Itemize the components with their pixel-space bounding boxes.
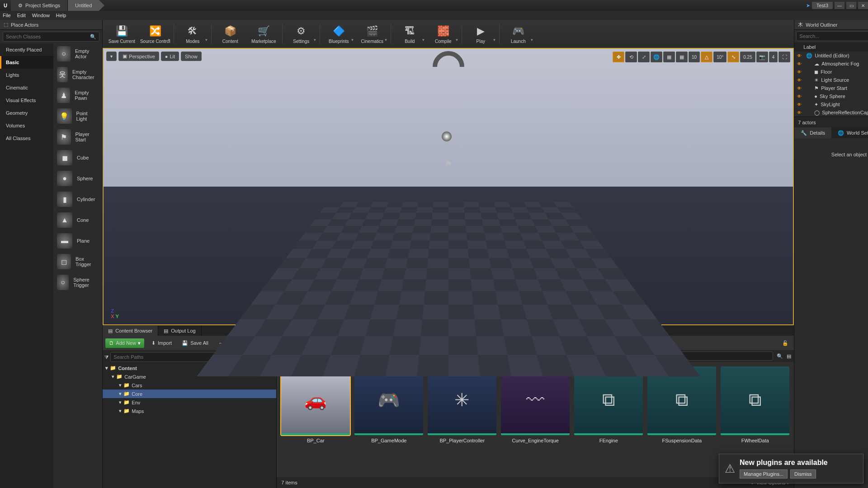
visibility-toggle-icon[interactable]: 👁 xyxy=(797,102,803,107)
lock-button[interactable]: 🔓 xyxy=(779,338,791,348)
tree-node[interactable]: ▾📁Maps xyxy=(103,407,276,415)
menu-file[interactable]: File xyxy=(3,13,11,18)
viewport-options-button[interactable]: ▾ xyxy=(106,52,117,61)
world-settings-tab[interactable]: 🌐World Settings xyxy=(831,127,868,138)
angle-snap-value[interactable]: 10° xyxy=(713,52,726,62)
asset-item[interactable]: 🚗BP_Car xyxy=(281,366,350,443)
grid-snap-value[interactable]: 10 xyxy=(689,52,700,62)
menu-help[interactable]: Help xyxy=(56,13,66,18)
visibility-toggle-icon[interactable]: 👁 xyxy=(797,110,803,115)
expand-icon[interactable]: ▾ xyxy=(119,382,122,388)
surface-snap-button[interactable]: ▦ xyxy=(663,52,675,62)
transform-rotate-button[interactable]: ⟲ xyxy=(625,52,637,62)
actor-item[interactable]: ▲Cone xyxy=(53,210,102,230)
actor-item[interactable]: ○Sphere Trigger xyxy=(53,272,102,293)
outliner-row[interactable]: 👁☁Atmospheric FogAtmosphericFog xyxy=(794,60,868,68)
asset-item[interactable]: ⧉FWheelData xyxy=(721,366,789,443)
expand-icon[interactable]: ▾ xyxy=(119,399,122,405)
transform-scale-button[interactable]: ⤢ xyxy=(638,52,650,62)
outliner-row[interactable]: 👁◯SphereReflectionCaptureSphereReflectio… xyxy=(794,108,868,117)
transform-move-button[interactable]: ✥ xyxy=(613,52,624,62)
actor-item[interactable]: 웃Empty Character xyxy=(53,64,102,85)
window-close-button[interactable]: ✕ xyxy=(858,2,868,9)
outliner-row[interactable]: 👁●Sky SphereEdit BP_Sky_Sphere xyxy=(794,92,868,100)
tree-node[interactable]: ▾📁Env xyxy=(103,398,276,407)
toolbar-content-button[interactable]: 📦Content xyxy=(214,21,246,47)
expand-icon[interactable]: ▾ xyxy=(119,408,122,414)
category-item[interactable]: Geometry xyxy=(0,107,53,119)
toolbar-modes-button[interactable]: 🛠Modes▼ xyxy=(176,21,209,47)
asset-item[interactable]: ⧉FEngine xyxy=(574,366,643,443)
toolbar-cinematics-button[interactable]: 🎬Cinematics▼ xyxy=(356,21,388,47)
actor-item[interactable]: ♟Empty Pawn xyxy=(53,85,102,106)
title-tab-untitled[interactable]: Untitled xyxy=(68,0,99,11)
tree-node[interactable]: ▾📁Core xyxy=(103,389,276,398)
filter-icon[interactable]: ⧩ xyxy=(104,354,108,360)
actor-item[interactable]: ○Empty Actor xyxy=(53,43,102,64)
expand-icon[interactable]: ▾ xyxy=(119,391,122,397)
toolbar-play-button[interactable]: ▶Play▼ xyxy=(464,21,497,47)
category-item[interactable]: Volumes xyxy=(0,119,53,132)
actor-item[interactable]: ◼Cube xyxy=(53,147,102,168)
save-all-button[interactable]: 💾 Save All xyxy=(179,338,211,348)
place-actors-tab[interactable]: ⬚ Place Actors xyxy=(0,20,102,30)
visibility-toggle-icon[interactable]: 👁 xyxy=(797,78,803,83)
content-browser-tab[interactable]: ▤Content Browser xyxy=(103,326,158,336)
scale-snap-value[interactable]: 0.25 xyxy=(740,52,755,62)
tree-node[interactable]: ▾📁Cars xyxy=(103,381,276,389)
viewport-lit-button[interactable]: ●Lit xyxy=(161,52,179,61)
details-tab[interactable]: 🔧Details xyxy=(794,127,831,138)
toolbar-blueprints-button[interactable]: 🔷Blueprints▼ xyxy=(322,21,355,47)
menu-window[interactable]: Window xyxy=(32,13,50,18)
col-label[interactable]: Label xyxy=(803,44,868,50)
visibility-toggle-icon[interactable]: 👁 xyxy=(797,94,803,99)
toolbar-save-current-button[interactable]: 💾Save Current xyxy=(105,21,138,47)
angle-snap-button[interactable]: △ xyxy=(701,52,712,62)
actor-item[interactable]: ●Sphere xyxy=(53,168,102,189)
camera-speed-button[interactable]: 📷 xyxy=(756,52,768,62)
scale-snap-button[interactable]: ⤡ xyxy=(727,52,739,62)
search-classes-input[interactable] xyxy=(6,34,90,39)
coord-space-button[interactable]: 🌐 xyxy=(651,52,662,62)
expand-icon[interactable]: ▾ xyxy=(112,374,114,380)
dismiss-button[interactable]: Dismiss xyxy=(790,469,816,479)
asset-item[interactable]: ✳BP_PlayerController xyxy=(428,366,496,443)
category-item[interactable]: Recently Placed xyxy=(0,43,53,56)
viewport[interactable]: ▾ ▣Perspective ●Lit Show ✥ ⟲ ⤢ 🌐 ▦ ▦ 10 … xyxy=(103,48,794,325)
outliner-row[interactable]: 👁✦SkyLightSkyLight xyxy=(794,100,868,108)
toolbar-source-control-button[interactable]: 🔀Source Control▼ xyxy=(139,21,171,47)
visibility-toggle-icon[interactable]: 👁 xyxy=(797,86,803,91)
viewport-perspective-button[interactable]: ▣Perspective xyxy=(118,52,159,61)
actor-item[interactable]: ◻Box Trigger xyxy=(53,251,102,272)
asset-item[interactable]: 〰Curve_EngineTorque xyxy=(501,366,570,443)
visibility-toggle-icon[interactable]: 👁 xyxy=(797,70,803,75)
outliner-row[interactable]: 👁◼FloorStaticMeshActor xyxy=(794,68,868,76)
camera-speed-value[interactable]: 4 xyxy=(769,52,778,62)
title-tab-project-settings[interactable]: ⚙ Project Settings xyxy=(11,0,68,11)
category-item[interactable]: All Classes xyxy=(0,132,53,145)
visibility-toggle-icon[interactable]: 👁 xyxy=(797,61,803,66)
toolbar-build-button[interactable]: 🏗Build▼ xyxy=(393,21,426,47)
window-minimize-button[interactable]: ― xyxy=(835,2,844,9)
grid-snap-button[interactable]: ▦ xyxy=(676,52,688,62)
toolbar-compile-button[interactable]: 🧱Compile▼ xyxy=(427,21,459,47)
outliner-row[interactable]: 👁🌐Untitled (Editor)World xyxy=(794,52,868,60)
category-item[interactable]: Visual Effects xyxy=(0,94,53,107)
add-new-button[interactable]: 🗋 Add New ▾ xyxy=(105,338,144,348)
toolbar-settings-button[interactable]: ⚙Settings▼ xyxy=(285,21,317,47)
outliner-row[interactable]: 👁⚑Player StartPlayerStart xyxy=(794,84,868,92)
category-item[interactable]: Basic xyxy=(0,56,53,69)
asset-options-button[interactable]: ▤ xyxy=(787,353,791,359)
import-button[interactable]: ⬇ Import xyxy=(149,338,175,348)
actor-item[interactable]: ⚑Player Start xyxy=(53,127,102,147)
category-item[interactable]: Cinematic xyxy=(0,81,53,94)
toolbar-marketplace-button[interactable]: 🛒Marketplace xyxy=(247,21,280,47)
category-item[interactable]: Lights xyxy=(0,69,53,81)
asset-item[interactable]: 🎮BP_GameMode xyxy=(354,366,423,443)
asset-item[interactable]: ⧉FSuspensionData xyxy=(647,366,716,443)
send-icon[interactable]: ➤ xyxy=(806,3,810,9)
visibility-toggle-icon[interactable]: 👁 xyxy=(797,53,803,58)
expand-icon[interactable]: ▾ xyxy=(105,365,108,371)
actor-item[interactable]: ▮Cylinder xyxy=(53,189,102,210)
viewport-show-button[interactable]: Show xyxy=(181,52,202,61)
